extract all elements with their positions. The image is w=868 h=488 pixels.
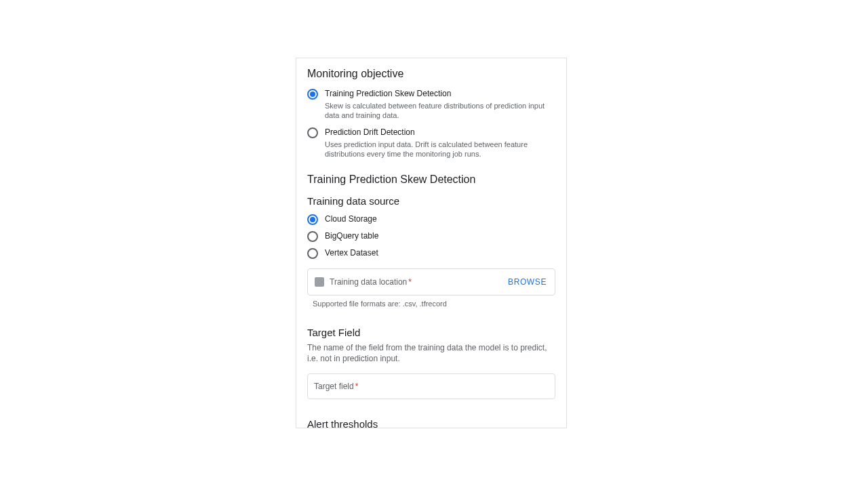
radio-cloud-storage[interactable]: Cloud Storage <box>307 214 555 225</box>
radio-icon <box>307 248 318 259</box>
training-data-source-heading: Training data source <box>307 195 555 207</box>
monitoring-objective-heading: Monitoring objective <box>307 68 555 80</box>
alert-thresholds-heading: Alert thresholds <box>307 418 555 428</box>
radio-label: Prediction Drift Detection <box>325 127 555 138</box>
input-placeholder: Training data location* <box>330 277 501 287</box>
target-field-input-wrap: Target field* <box>307 373 555 399</box>
radio-skew-detection[interactable]: Training Prediction Skew Detection Skew … <box>307 88 555 120</box>
file-icon <box>315 277 324 287</box>
radio-vertex-dataset[interactable]: Vertex Dataset <box>307 247 555 259</box>
monitoring-objective-options: Training Prediction Skew Detection Skew … <box>307 88 555 159</box>
radio-bigquery-table[interactable]: BigQuery table <box>307 230 555 242</box>
target-field-description: The name of the field from the training … <box>307 342 555 364</box>
training-data-source-options: Cloud Storage BigQuery table Vertex Data… <box>307 214 555 259</box>
required-star-icon: * <box>408 277 412 287</box>
section-heading: Training Prediction Skew Detection <box>307 174 555 186</box>
radio-label: Vertex Dataset <box>325 247 378 258</box>
browse-button[interactable]: BROWSE <box>507 274 548 289</box>
radio-drift-detection[interactable]: Prediction Drift Detection Uses predicti… <box>307 127 555 159</box>
supported-formats-hint: Supported file formats are: .csv, .tfrec… <box>313 300 555 308</box>
monitoring-config-panel: Monitoring objective Training Prediction… <box>296 58 567 428</box>
radio-description: Uses prediction input data. Drift is cal… <box>325 140 555 159</box>
radio-icon <box>307 231 318 242</box>
target-field-heading: Target Field <box>307 327 555 338</box>
radio-description: Skew is calculated between feature distr… <box>325 101 555 120</box>
radio-icon <box>307 127 318 138</box>
radio-icon <box>307 89 318 100</box>
radio-icon <box>307 214 318 225</box>
radio-label: BigQuery table <box>325 230 378 241</box>
training-data-location-input[interactable]: Training data location* BROWSE <box>307 268 555 296</box>
radio-label: Cloud Storage <box>325 214 377 224</box>
radio-label: Training Prediction Skew Detection <box>325 88 555 99</box>
target-field-input[interactable] <box>307 373 555 399</box>
